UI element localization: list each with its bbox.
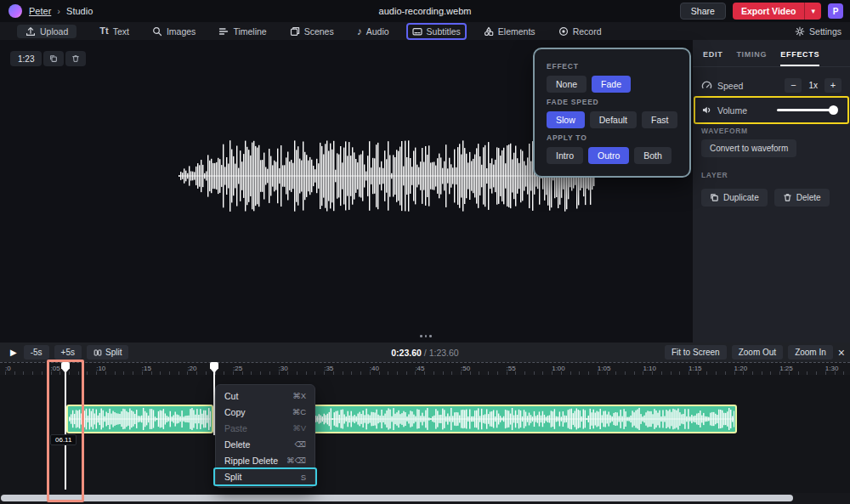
breadcrumb-user[interactable]: Peter	[29, 6, 51, 16]
toolbar-item-subtitles[interactable]: Subtitles	[412, 26, 461, 37]
context-menu-item-cut[interactable]: Cut ⌘X	[216, 388, 314, 404]
clip-duration-controls: 1:23	[10, 51, 86, 66]
speed-label: Speed	[717, 81, 743, 91]
sidebar-tabs: EDIT TIMING EFFECTS	[693, 40, 850, 67]
context-menu-item-paste: Paste ⌘V	[216, 420, 314, 436]
ruler-tick: 1:15	[688, 365, 702, 372]
ruler-tick: 1:00	[552, 365, 565, 372]
volume-slider[interactable]	[777, 109, 836, 111]
fade-speed-default-button[interactable]: Default	[590, 111, 637, 128]
toolbar-item-elements[interactable]: Elements	[484, 26, 536, 37]
subtitles-icon	[412, 26, 422, 37]
fade-speed-fast-button[interactable]: Fast	[642, 111, 677, 128]
context-menu-item-delete[interactable]: Delete ⌫	[216, 436, 314, 452]
fit-to-screen-button[interactable]: Fit to Screen	[665, 345, 727, 360]
text-icon: Tt	[99, 26, 108, 36]
timeline-zoom-controls: Fit to Screen Zoom Out Zoom In ×	[665, 345, 845, 360]
volume-control-row: Volume	[693, 99, 850, 122]
topbar: Peter › Studio audio-recording.webm Shar…	[0, 0, 850, 22]
tab-effects[interactable]: EFFECTS	[780, 50, 819, 66]
split-button-label: Split	[105, 348, 122, 357]
timeline-scrollbar[interactable]	[0, 493, 850, 504]
close-timeline-icon[interactable]: ×	[838, 347, 845, 359]
profile-badge[interactable]: P	[828, 3, 843, 19]
context-menu-item-split[interactable]: Split S	[216, 468, 314, 484]
menu-item-label: Split	[224, 472, 241, 482]
toolbar-item-timeline[interactable]: Timeline	[218, 26, 266, 37]
ruler-tick: :30	[279, 365, 288, 372]
toolbar-item-scenes[interactable]: Scenes	[290, 26, 334, 37]
ruler-tick: :15	[142, 365, 151, 372]
toolbar-item-label: Audio	[366, 26, 389, 37]
toolbar-item-label: Images	[167, 26, 196, 37]
menu-item-shortcut: ⌘V	[292, 423, 306, 433]
forward-5s-button[interactable]: +5s	[54, 345, 82, 360]
effect-fade-button[interactable]: Fade	[592, 76, 631, 93]
menu-item-label: Paste	[224, 423, 247, 433]
tab-timing[interactable]: TIMING	[736, 50, 767, 66]
ruler-tick: :40	[370, 365, 379, 372]
document-title[interactable]: audio-recording.webm	[379, 6, 472, 16]
apply-to-outro-button[interactable]: Outro	[588, 147, 629, 164]
export-video-button[interactable]: Export Video ▾	[733, 3, 821, 20]
context-menu-item-copy[interactable]: Copy ⌘C	[216, 404, 314, 420]
duplicate-clip-button[interactable]	[43, 51, 64, 66]
apply-to-both-button[interactable]: Both	[634, 147, 672, 164]
trash-icon	[783, 193, 792, 202]
split-icon	[94, 348, 102, 357]
fade-speed-slow-button[interactable]: Slow	[547, 111, 585, 128]
chevron-down-icon[interactable]: ▾	[805, 3, 821, 20]
settings-label: Settings	[809, 26, 842, 37]
tab-edit[interactable]: EDIT	[703, 50, 722, 66]
toolbar-item-images[interactable]: Images	[152, 26, 196, 37]
ruler-tick: :55	[507, 365, 516, 372]
user-avatar[interactable]	[8, 4, 22, 18]
breadcrumb: Peter › Studio	[29, 6, 93, 16]
apply-to-intro-button[interactable]: Intro	[547, 147, 583, 164]
ruler-tick: :50	[461, 365, 470, 372]
settings-button[interactable]: Settings	[795, 26, 842, 37]
effect-none-button[interactable]: None	[547, 76, 586, 93]
timeline-ruler[interactable]: :0:05:10:15:20:25:30:35:40:45:50:551:001…	[0, 362, 850, 375]
waveform-section-label: WAVEFORM	[693, 122, 850, 138]
delete-layer-button[interactable]: Delete	[774, 189, 830, 207]
ruler-tick: :45	[415, 365, 424, 372]
ruler-tick: 1:20	[734, 365, 748, 372]
fade-effect-panel: EFFECT None Fade FADE SPEED Slow Default…	[533, 48, 691, 178]
clip-waveform	[69, 407, 211, 431]
back-5s-button[interactable]: -5s	[24, 345, 49, 360]
delete-clip-button[interactable]	[65, 51, 86, 66]
menu-item-shortcut: ⌘X	[292, 391, 306, 400]
speed-increase-button[interactable]: +	[824, 78, 842, 93]
toolbar-item-audio[interactable]: ♪ Audio	[357, 26, 389, 37]
copy-icon	[49, 54, 58, 63]
play-button[interactable]: ▶	[10, 348, 17, 357]
volume-label: Volume	[717, 105, 747, 116]
menu-item-label: Ripple Delete	[224, 456, 278, 466]
convert-to-waveform-button[interactable]: Convert to waveform	[701, 139, 796, 157]
canvas-resize-handle[interactable]	[420, 335, 432, 337]
duplicate-layer-button[interactable]: Duplicate	[701, 189, 768, 207]
timeline-timecode: 0:23.60 / 1:23.60	[391, 348, 458, 358]
scrollbar-thumb[interactable]	[1, 495, 793, 501]
zoom-out-button[interactable]: Zoom Out	[732, 345, 783, 360]
search-icon	[152, 26, 162, 37]
duplicate-label: Duplicate	[723, 193, 759, 202]
ruler-tick: :25	[233, 365, 242, 372]
speed-decrease-button[interactable]: −	[785, 78, 802, 93]
ruler-tick: 1:25	[779, 365, 793, 372]
toolbar-item-record[interactable]: Record	[558, 26, 602, 37]
volume-slider-knob[interactable]	[829, 105, 838, 115]
context-menu-item-ripple-delete[interactable]: Ripple Delete ⌘⌫	[216, 452, 314, 468]
menu-item-shortcut: ⌘C	[292, 407, 306, 416]
share-button[interactable]: Share	[680, 3, 726, 20]
toolbar-item-upload[interactable]: Upload	[17, 25, 76, 38]
total-time: 1:23.60	[429, 348, 459, 358]
zoom-in-button[interactable]: Zoom In	[788, 345, 833, 360]
audio-clip-segment-1[interactable]	[66, 405, 213, 433]
ruler-tick: :0	[5, 365, 11, 372]
toolbar-item-text[interactable]: Tt Text	[99, 26, 129, 37]
split-button[interactable]: Split	[87, 345, 128, 360]
copy-icon	[710, 193, 719, 202]
upload-icon	[26, 26, 36, 37]
